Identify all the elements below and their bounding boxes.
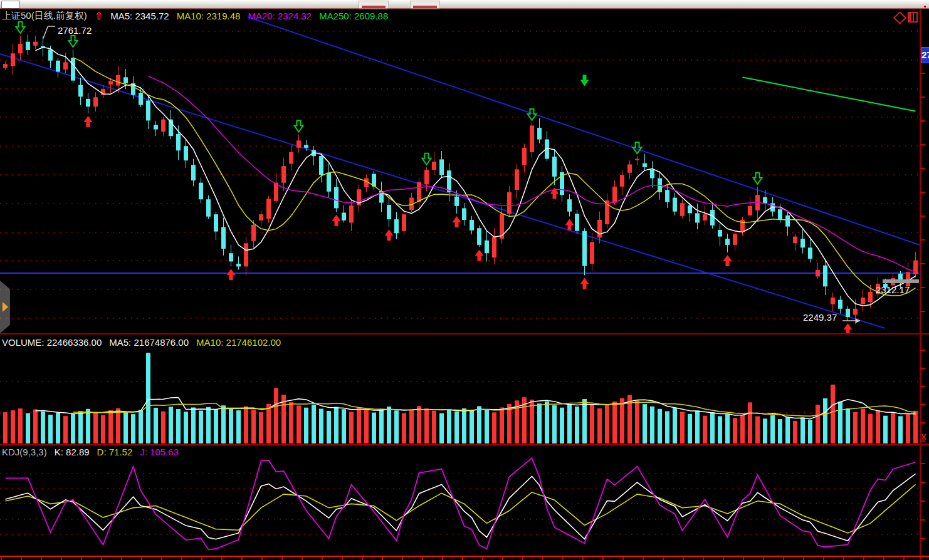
candle-body: [500, 214, 504, 239]
volume-bar: [116, 408, 120, 443]
candle-body: [515, 169, 519, 190]
candle-body: [154, 125, 158, 130]
volume-bar: [913, 411, 918, 443]
volume-bar: [582, 399, 587, 443]
volume-bar: [274, 388, 278, 443]
buy-arrow-icon: [84, 116, 93, 127]
buy-arrow-icon: [385, 229, 394, 241]
volume-bar: [800, 417, 805, 443]
volume-bar: [394, 410, 399, 443]
chart-title: 上证50(日线.前复权): [2, 10, 87, 22]
buy-arrow-icon: [227, 269, 236, 280]
volume-bar: [710, 412, 715, 443]
volume-bar: [71, 413, 75, 443]
volume-bar: [206, 407, 211, 443]
volume-bar: [176, 409, 181, 443]
high-annotation: 2761.72: [58, 25, 92, 36]
ma5-label: MA5: 2345.72: [110, 11, 169, 21]
volume-bar: [221, 405, 226, 443]
candle-body: [868, 292, 873, 302]
volume-bar: [853, 412, 858, 443]
volume-bar: [357, 408, 361, 443]
close-indicator-icon[interactable]: X: [921, 432, 926, 442]
kdj-title-row: KDJ(9,3,3) K: 82.89 D: 71.52 J: 105.63: [2, 447, 179, 457]
candle-body: [199, 183, 203, 200]
ma20-line: [149, 76, 916, 272]
kdj-title: KDJ(9,3,3): [2, 447, 47, 457]
volume-bar: [462, 408, 466, 443]
candle-body: [402, 214, 406, 231]
axis-price-label: 27: [921, 47, 929, 63]
main-title-row: 上证50(日线.前复权) ⇧ MA5: 2345.72 MA10: 2319.4…: [2, 10, 388, 22]
candle-body: [259, 214, 263, 220]
volume-bar: [733, 418, 737, 443]
candle-body: [342, 212, 346, 220]
volume-bar: [214, 410, 218, 443]
volume-bar: [861, 409, 865, 443]
sidebar-expand-handle[interactable]: [0, 281, 10, 333]
volume-bar: [229, 408, 233, 443]
candle-body: [86, 99, 90, 106]
candle-body: [838, 300, 842, 309]
volume-bar: [808, 420, 812, 443]
candle-body: [63, 62, 68, 70]
buy-arrow-icon: [332, 215, 341, 226]
candle-body: [297, 140, 301, 148]
candle-body: [552, 157, 557, 177]
candle-body: [387, 205, 391, 219]
candle-body: [184, 146, 188, 160]
volume-bar: [680, 412, 685, 443]
volume-bar: [567, 404, 572, 443]
candle-body: [236, 264, 241, 266]
chart-canvas[interactable]: [0, 0, 929, 560]
low-annotation: 2249.37: [803, 312, 837, 323]
candle-body: [146, 101, 150, 121]
candle-body: [447, 170, 451, 192]
volume-bar: [575, 407, 579, 443]
volume-bar: [605, 405, 609, 443]
expand-arrow-icon: [3, 302, 8, 312]
volume-bar: [906, 414, 910, 443]
candle-body: [695, 213, 700, 222]
volume-bar: [650, 407, 654, 443]
buy-arrow-icon: [475, 249, 484, 261]
candle-body: [349, 205, 354, 222]
volume-bar: [33, 409, 38, 443]
volume-bar: [244, 407, 248, 443]
volume-bar: [725, 414, 730, 443]
volume-bar: [364, 410, 369, 443]
ma5-line: [36, 48, 916, 306]
volume-bar: [447, 410, 451, 443]
candle-body: [597, 220, 602, 237]
candle-body: [462, 208, 466, 220]
volume-bar: [26, 413, 30, 443]
volume-bar: [597, 408, 602, 443]
candle-body: [470, 220, 474, 231]
sell-arrow-solid-icon: [580, 75, 589, 86]
volume-ma5-line: [36, 398, 916, 419]
volume-bar: [184, 412, 188, 443]
volume-bar: [537, 403, 542, 443]
volume-bar: [154, 408, 158, 443]
kdj-k-label: K: 82.89: [55, 447, 90, 457]
volume-bar: [372, 413, 376, 443]
volume-bar: [387, 407, 391, 443]
sell-arrow-icon: [633, 142, 642, 153]
candle-body: [492, 237, 496, 258]
split-window-icon[interactable]: [908, 12, 918, 23]
sell-arrow-icon: [295, 121, 303, 132]
app-window: 上证50(日线.前复权) ⇧ MA5: 2345.72 MA10: 2319.4…: [0, 0, 929, 560]
candle-body: [778, 209, 782, 220]
sell-arrow-icon: [753, 173, 762, 184]
volume-bar: [417, 406, 421, 443]
candle-body: [530, 125, 534, 152]
candle-body: [161, 120, 165, 132]
volume-bar: [56, 413, 60, 443]
volume-bar: [740, 415, 745, 443]
candle-body: [33, 42, 38, 46]
volume-bar: [898, 416, 903, 443]
candle-body: [251, 225, 256, 241]
candle-body: [643, 163, 647, 167]
candle-body: [507, 192, 512, 214]
candle-body: [650, 169, 654, 178]
